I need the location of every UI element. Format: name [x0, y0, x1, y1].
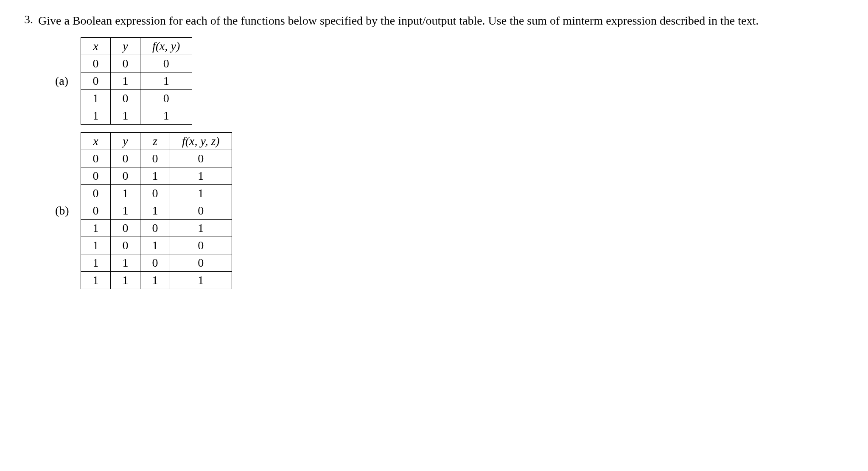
- table-b-header-y: y: [111, 132, 140, 150]
- table-row: 1 0 1 0: [81, 237, 232, 254]
- cell-z: 0: [140, 254, 170, 271]
- table-b-header-x: x: [81, 132, 111, 150]
- cell-z: 0: [140, 219, 170, 237]
- cell-x: 1: [81, 254, 111, 271]
- cell-y: 0: [111, 219, 140, 237]
- table-row: 1 1 1 1: [81, 271, 232, 289]
- cell-z: 1: [140, 202, 170, 219]
- question-number: 3.: [17, 13, 38, 26]
- table-row: 1 0 0: [81, 89, 192, 107]
- cell-x: 1: [81, 219, 111, 237]
- cell-x: 1: [81, 89, 111, 107]
- cell-x: 0: [81, 72, 111, 89]
- cell-y: 0: [111, 167, 140, 184]
- table-a-header-f: f(x, y): [140, 37, 192, 55]
- part-a-label: (a): [55, 74, 81, 88]
- table-a-header-y: y: [111, 37, 140, 55]
- cell-x: 1: [81, 107, 111, 124]
- cell-x: 0: [81, 167, 111, 184]
- cell-f: 1: [140, 72, 192, 89]
- part-b: (b) x y z f(x, y, z) 0 0 0 0 0: [55, 132, 851, 289]
- cell-f: 1: [170, 167, 232, 184]
- cell-x: 1: [81, 271, 111, 289]
- table-row: 0 1 1 0: [81, 202, 232, 219]
- cell-f: 0: [140, 55, 192, 72]
- table-row: 1 1 0 0: [81, 254, 232, 271]
- cell-f: 0: [140, 89, 192, 107]
- cell-f: 1: [170, 219, 232, 237]
- question-block: 3. Give a Boolean expression for each of…: [17, 13, 851, 29]
- cell-y: 1: [111, 271, 140, 289]
- cell-z: 1: [140, 271, 170, 289]
- cell-y: 0: [111, 55, 140, 72]
- cell-y: 1: [111, 254, 140, 271]
- table-a-header-x: x: [81, 37, 111, 55]
- question-parts: (a) x y f(x, y) 0 0 0 0 1 1: [55, 37, 851, 289]
- table-row: 0 0 0 0: [81, 150, 232, 167]
- cell-x: 0: [81, 184, 111, 202]
- cell-f: 1: [170, 271, 232, 289]
- table-a: x y f(x, y) 0 0 0 0 1 1 1 0: [81, 37, 192, 125]
- cell-y: 1: [111, 72, 140, 89]
- cell-y: 1: [111, 202, 140, 219]
- cell-y: 0: [111, 150, 140, 167]
- part-a: (a) x y f(x, y) 0 0 0 0 1 1: [55, 37, 851, 125]
- table-b-header-f: f(x, y, z): [170, 132, 232, 150]
- cell-z: 1: [140, 167, 170, 184]
- table-row: 0 0 0: [81, 55, 192, 72]
- cell-z: 1: [140, 237, 170, 254]
- cell-y: 1: [111, 184, 140, 202]
- table-b: x y z f(x, y, z) 0 0 0 0 0 0 1 1: [81, 132, 232, 289]
- table-row: 1 1 1: [81, 107, 192, 124]
- cell-x: 0: [81, 55, 111, 72]
- cell-y: 1: [111, 107, 140, 124]
- cell-f: 1: [140, 107, 192, 124]
- part-b-label: (b): [55, 204, 81, 217]
- cell-z: 0: [140, 184, 170, 202]
- table-row: 0 0 1 1: [81, 167, 232, 184]
- cell-y: 0: [111, 237, 140, 254]
- question-text: Give a Boolean expression for each of th…: [38, 13, 851, 29]
- table-row: 0 1 0 1: [81, 184, 232, 202]
- cell-y: 0: [111, 89, 140, 107]
- table-a-header-row: x y f(x, y): [81, 37, 192, 55]
- cell-f: 1: [170, 184, 232, 202]
- cell-x: 0: [81, 150, 111, 167]
- cell-f: 0: [170, 202, 232, 219]
- cell-x: 0: [81, 202, 111, 219]
- table-b-header-z: z: [140, 132, 170, 150]
- table-b-header-row: x y z f(x, y, z): [81, 132, 232, 150]
- cell-f: 0: [170, 237, 232, 254]
- cell-z: 0: [140, 150, 170, 167]
- cell-f: 0: [170, 254, 232, 271]
- table-row: 0 1 1: [81, 72, 192, 89]
- cell-f: 0: [170, 150, 232, 167]
- cell-x: 1: [81, 237, 111, 254]
- table-row: 1 0 0 1: [81, 219, 232, 237]
